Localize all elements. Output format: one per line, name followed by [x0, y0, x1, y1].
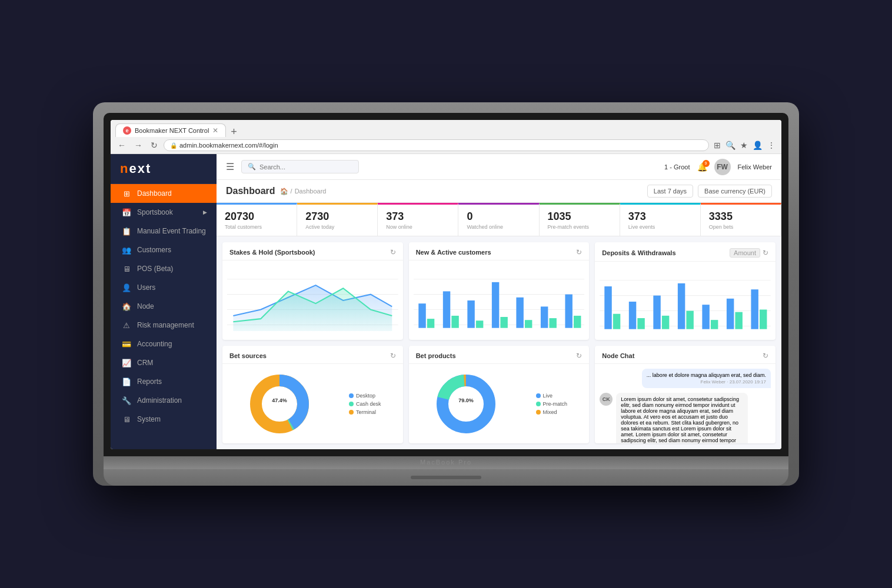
dashboard-grid: Stakes & Hold (Sportsbook) ↻ — [217, 236, 781, 449]
chat-avatar: CK — [600, 393, 613, 406]
dot — [536, 393, 541, 398]
back-button[interactable]: ← — [115, 139, 128, 151]
sidebar-item-customers[interactable]: 👥 Customers — [111, 240, 217, 259]
bet-products-chart: Bet products ↻ — [409, 346, 590, 443]
search-browser-button[interactable]: 🔍 — [724, 139, 737, 151]
sidebar-item-manual-event-trading[interactable]: 📋 Manual Event Trading — [111, 222, 217, 240]
currency-button[interactable]: Base currency (EUR) — [698, 185, 772, 198]
stat-label: Now online — [386, 224, 450, 230]
refresh-deposits-button[interactable]: ↻ — [763, 249, 768, 257]
accounting-icon: 💳 — [122, 339, 131, 349]
svg-rect-21 — [549, 318, 556, 328]
date-range-button[interactable]: Last 7 days — [647, 185, 693, 198]
deposits-bar-chart — [600, 266, 771, 337]
stat-value: 1035 — [548, 211, 611, 223]
stakes-hold-chart: Stakes & Hold (Sportsbook) ↻ — [222, 242, 403, 340]
sidebar-item-system[interactable]: 🖥 System — [111, 410, 217, 429]
stat-open-bets: 3335 Open bets — [701, 203, 781, 236]
amount-button[interactable]: Amount — [730, 248, 760, 258]
node-chat: Node Chat ↻ ... labore et dolore magna a… — [595, 346, 775, 443]
browser-tab-active[interactable]: e Bookmaker NEXT Control ✕ — [115, 123, 226, 137]
macbook-label: MacBook Pro — [104, 456, 788, 469]
svg-rect-22 — [565, 295, 572, 328]
stat-active-today: 2730 Active today — [297, 203, 378, 236]
tab-title: Bookmaker NEXT Control — [135, 127, 209, 134]
sidebar-item-label: Dashboard — [137, 189, 172, 198]
deposits-chart: Deposits & Withdrawals Amount ↻ — [595, 242, 775, 340]
refresh-bet-products-button[interactable]: ↻ — [576, 352, 582, 360]
donut-container: 79.0% Live Pre-match — [409, 364, 590, 443]
sidebar-item-pos[interactable]: 🖥 POS (Beta) — [111, 259, 217, 278]
sidebar-item-accounting[interactable]: 💳 Accounting — [111, 335, 217, 353]
svg-rect-17 — [500, 317, 507, 328]
stat-value: 373 — [628, 211, 692, 223]
chart-title: Stakes & Hold (Sportsbook) — [229, 249, 315, 256]
sidebar-item-label: Reports — [137, 377, 162, 386]
expand-icon: ▶ — [203, 209, 207, 215]
refresh-button[interactable]: ↻ — [148, 139, 160, 151]
bookmark-button[interactable]: ★ — [739, 139, 749, 151]
laptop-frame: e Bookmaker NEXT Control ✕ + ← → ↻ 🔒 adm… — [93, 102, 799, 486]
chart-actions: Amount ↻ — [730, 248, 768, 258]
svg-point-50 — [450, 387, 482, 420]
url-bar[interactable]: 🔒 admin.bookmakernext.com/#/login — [164, 139, 709, 151]
sidebar-logo: next — [111, 154, 217, 184]
notification-button[interactable]: 🔔 9 — [697, 162, 707, 172]
legend-cash-desk: Cash desk — [349, 401, 381, 407]
sidebar-nav: ⊞ Dashboard 📅 Sportsbook ▶ 📋 Manual Even… — [111, 184, 217, 449]
stat-label: Active today — [305, 224, 369, 230]
browser-toolbar: ← → ↻ 🔒 admin.bookmakernext.com/#/login … — [111, 137, 781, 153]
sidebar-item-administration[interactable]: 🔧 Administration — [111, 391, 217, 410]
svg-rect-29 — [613, 314, 620, 329]
forward-button[interactable]: → — [132, 139, 145, 151]
admin-icon: 🔧 — [122, 396, 131, 405]
translate-button[interactable]: ⊞ — [713, 139, 722, 151]
stat-now-online: 373 Now online — [378, 203, 458, 236]
svg-rect-30 — [629, 302, 636, 329]
bet-sources-chart: Bet sources ↻ — [222, 346, 403, 443]
search-input[interactable] — [259, 163, 352, 171]
app-layout: next ⊞ Dashboard 📅 Sportsbook ▶ — [111, 154, 781, 449]
browser-actions: ⊞ 🔍 ★ 👤 ⋮ — [713, 139, 777, 151]
sidebar-item-risk-management[interactable]: ⚠ Risk management — [111, 316, 217, 335]
hamburger-icon[interactable]: ☰ — [226, 161, 234, 172]
svg-rect-12 — [442, 291, 450, 328]
screen-bezel: e Bookmaker NEXT Control ✕ + ← → ↻ 🔒 adm… — [104, 113, 788, 456]
refresh-bet-sources-button[interactable]: ↻ — [390, 352, 396, 360]
sidebar-item-label: Users — [137, 283, 155, 292]
stat-label: Watched online — [467, 224, 530, 230]
sidebar-item-sportsbook[interactable]: 📅 Sportsbook ▶ — [111, 203, 217, 222]
svg-rect-36 — [703, 305, 710, 329]
search-bar[interactable]: 🔍 — [241, 160, 359, 173]
refresh-chat-button[interactable]: ↻ — [763, 352, 768, 360]
profile-button[interactable]: 👤 — [751, 139, 764, 151]
refresh-stakes-button[interactable]: ↻ — [390, 248, 396, 256]
chat-text: Lorem ipsum dolor sit amet, consetetur s… — [621, 396, 743, 443]
chart-header: Deposits & Withdrawals Amount ↻ — [595, 242, 775, 262]
breadcrumb-separator: / — [291, 188, 292, 195]
page-title: Dashboard — [226, 186, 275, 196]
svg-rect-39 — [735, 312, 743, 329]
sidebar-item-node[interactable]: 🏠 Node — [111, 297, 217, 316]
new-tab-button[interactable]: + — [227, 126, 241, 137]
refresh-new-active-button[interactable]: ↻ — [576, 248, 582, 256]
sidebar-item-dashboard[interactable]: ⊞ Dashboard — [111, 184, 217, 203]
sidebar-item-reports[interactable]: 📄 Reports — [111, 372, 217, 391]
stakes-hold-dates: 17 July18 July19 July20 July21 July22 Ju… — [227, 338, 398, 340]
menu-button[interactable]: ⋮ — [766, 139, 777, 151]
stat-total-customers: 20730 Total customers — [217, 203, 297, 236]
legend-label: Pre-match — [543, 401, 568, 407]
chat-header: Node Chat ↻ — [595, 346, 775, 364]
dot — [349, 402, 354, 406]
sidebar-item-users[interactable]: 👤 Users — [111, 278, 217, 297]
chat-message-left: CK Lorem ipsum dolor sit amet, consetetu… — [600, 393, 771, 443]
sidebar-item-crm[interactable]: 📈 CRM — [111, 353, 217, 372]
trading-icon: 📋 — [122, 226, 131, 236]
tab-close-button[interactable]: ✕ — [212, 126, 218, 135]
svg-text:47.4%: 47.4% — [272, 397, 287, 403]
chart-body: 17 July18 July19 July20 July21 July22 Ju… — [595, 262, 775, 340]
breadcrumb: 🏠 / Dashboard — [280, 188, 327, 195]
stat-value: 20730 — [225, 211, 288, 223]
sidebar-item-label: Manual Event Trading — [137, 227, 206, 235]
chat-bubble: Lorem ipsum dolor sit amet, consetetur s… — [616, 393, 747, 443]
